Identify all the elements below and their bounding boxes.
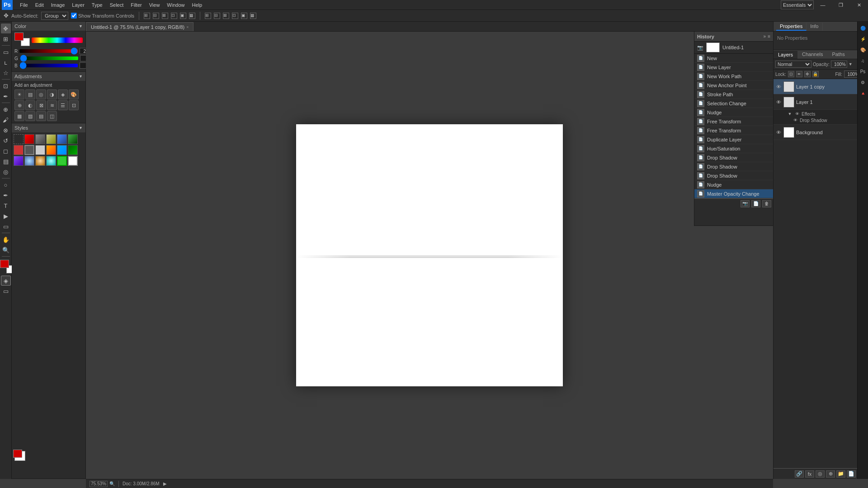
layer-item-layer1[interactable]: 👁 Layer 1 fx xyxy=(774,94,868,110)
align-bottom-icon[interactable]: ▦ xyxy=(189,13,195,19)
threshold-adj[interactable]: ▧ xyxy=(25,111,35,121)
quick-mask-tool[interactable]: ◈ xyxy=(1,276,11,286)
style-7[interactable] xyxy=(24,145,34,155)
zoom-tool[interactable]: 🔍 xyxy=(1,245,11,255)
align-left-icon[interactable]: ⊞ xyxy=(144,13,150,19)
lock-pixels-icon[interactable]: ✒ xyxy=(796,71,802,77)
opacity-arrow[interactable]: ▼ xyxy=(849,62,853,66)
style-3[interactable] xyxy=(46,134,56,144)
colorbalance-adj[interactable]: ⊕ xyxy=(14,100,24,110)
vibrance-adj[interactable]: ◈ xyxy=(58,89,68,99)
fg-swatch-bottom[interactable] xyxy=(13,450,22,458)
move-tool-icon[interactable]: ✥ xyxy=(4,12,9,19)
distribute3-icon[interactable]: ⊡ xyxy=(232,13,238,19)
style-12[interactable] xyxy=(14,156,24,166)
move-tool[interactable]: ✥ xyxy=(1,23,11,33)
pen-tool[interactable]: ✒ xyxy=(1,190,11,200)
menu-window[interactable]: Window xyxy=(163,1,188,9)
layer-item-background[interactable]: 👁 Background 🔒 xyxy=(774,125,868,140)
history-item-7[interactable]: 📄 Free Transform xyxy=(694,117,773,126)
distribute-h-icon[interactable]: ⊞ xyxy=(205,13,211,19)
app-icon-7[interactable]: 🔺 xyxy=(859,89,868,98)
distribute2-icon[interactable]: ⊠ xyxy=(223,13,229,19)
tab-close-icon[interactable]: × xyxy=(186,25,189,29)
history-item-0[interactable]: 📄 New xyxy=(694,54,773,63)
brightness-adj[interactable]: ☀ xyxy=(14,89,24,99)
gradient-tool[interactable]: ▤ xyxy=(1,156,11,166)
hue-spectrum[interactable] xyxy=(32,38,83,43)
shape-tool[interactable]: ▭ xyxy=(1,221,11,231)
align-right-icon[interactable]: ⊠ xyxy=(162,13,168,19)
type-tool[interactable]: T xyxy=(1,201,11,211)
menu-edit[interactable]: Edit xyxy=(32,1,47,9)
distribute-v-icon[interactable]: ⊟ xyxy=(214,13,220,19)
history-item-13[interactable]: 📄 Drop Shadow xyxy=(694,171,773,180)
show-transform-checkbox[interactable] xyxy=(71,13,77,19)
style-9[interactable] xyxy=(46,145,56,155)
menu-layer[interactable]: Layer xyxy=(68,1,88,9)
history-expand-btn[interactable]: » xyxy=(764,34,766,39)
hist-delete-btn[interactable]: 🗑 xyxy=(762,200,771,207)
screen-mode-tool[interactable]: ▭ xyxy=(1,286,11,296)
dodge-tool[interactable]: ○ xyxy=(1,180,11,190)
history-brush-tool[interactable]: ↺ xyxy=(1,136,11,145)
style-13[interactable] xyxy=(24,156,34,166)
eyedropper-tool[interactable]: ✒ xyxy=(1,91,11,101)
restore-button[interactable]: ❐ xyxy=(832,0,850,10)
path-select-tool[interactable]: ▶ xyxy=(1,211,11,221)
g-slider[interactable] xyxy=(20,56,78,60)
selective-color-adj[interactable]: ◫ xyxy=(47,111,57,121)
history-item-11[interactable]: 📄 Drop Shadow xyxy=(694,153,773,162)
app-icon-6[interactable]: ⚙ xyxy=(859,78,868,87)
color-lookup-adj[interactable]: ☰ xyxy=(58,100,68,110)
history-item-3[interactable]: 📄 New Anchor Point xyxy=(694,81,773,90)
lock-all-icon[interactable]: 🔒 xyxy=(812,71,819,77)
style-11[interactable] xyxy=(68,145,78,155)
distribute4-icon[interactable]: ▣ xyxy=(241,13,247,19)
layer-vis-layer1[interactable]: 👁 xyxy=(775,99,782,105)
app-icon-2[interactable]: ⚡ xyxy=(859,34,868,43)
app-icon-4[interactable]: ♫ xyxy=(859,56,868,65)
menu-help[interactable]: Help xyxy=(188,1,206,9)
lasso-tool[interactable]: ʟ xyxy=(1,57,11,67)
history-item-14[interactable]: 📄 Nudge xyxy=(694,180,773,189)
auto-select-dropdown[interactable]: Group Layer xyxy=(41,12,68,20)
history-item-10[interactable]: 📄 Hue/Saturation xyxy=(694,144,773,153)
hist-new-snapshot-btn[interactable]: 📷 xyxy=(741,200,750,207)
marquee-tool[interactable]: ▭ xyxy=(1,47,11,57)
crop-tool[interactable]: ⊡ xyxy=(1,81,11,91)
align-top-icon[interactable]: ⊡ xyxy=(171,13,177,19)
styles-panel-header[interactable]: Styles ▼ xyxy=(12,123,85,132)
app-icon-1[interactable]: 🔵 xyxy=(859,23,868,33)
menu-view[interactable]: View xyxy=(146,1,164,9)
new-layer-btn[interactable]: 📄 xyxy=(847,470,856,478)
hand-tool[interactable]: ✋ xyxy=(1,235,11,244)
effects-vis-icon[interactable]: 👁 xyxy=(794,111,800,117)
tab-info[interactable]: Info xyxy=(807,23,822,31)
new-group-btn[interactable]: 📁 xyxy=(836,470,845,478)
history-item-12[interactable]: 📄 Drop Shadow xyxy=(694,162,773,171)
minimize-button[interactable]: — xyxy=(814,0,832,10)
tab-layers[interactable]: Layers xyxy=(774,50,797,59)
style-6[interactable] xyxy=(14,145,24,155)
menu-type[interactable]: Type xyxy=(88,1,106,9)
curves-adj[interactable]: ◎ xyxy=(36,89,46,99)
fg-color[interactable] xyxy=(14,33,24,41)
r-slider[interactable] xyxy=(19,49,78,53)
b-slider[interactable] xyxy=(19,64,78,67)
foreground-color-swatch[interactable] xyxy=(0,260,9,268)
clone-tool[interactable]: ⊗ xyxy=(1,125,11,135)
add-style-btn[interactable]: fx xyxy=(805,470,814,478)
brush-tool[interactable]: 🖌 xyxy=(1,115,11,125)
exposure-adj[interactable]: ◑ xyxy=(47,89,57,99)
drop-shadow-vis[interactable]: 👁 xyxy=(793,117,798,123)
levels-adj[interactable]: ▤ xyxy=(25,89,35,99)
align-vcenter-icon[interactable]: ▣ xyxy=(180,13,186,19)
lock-transparent-icon[interactable]: ⊡ xyxy=(788,71,794,77)
style-2[interactable] xyxy=(35,134,45,144)
style-16[interactable] xyxy=(57,156,67,166)
hue-adj[interactable]: 🎨 xyxy=(69,89,79,99)
hist-new-document-btn[interactable]: 📄 xyxy=(751,200,760,207)
style-5[interactable] xyxy=(68,134,78,144)
close-button[interactable]: ✕ xyxy=(850,0,868,10)
